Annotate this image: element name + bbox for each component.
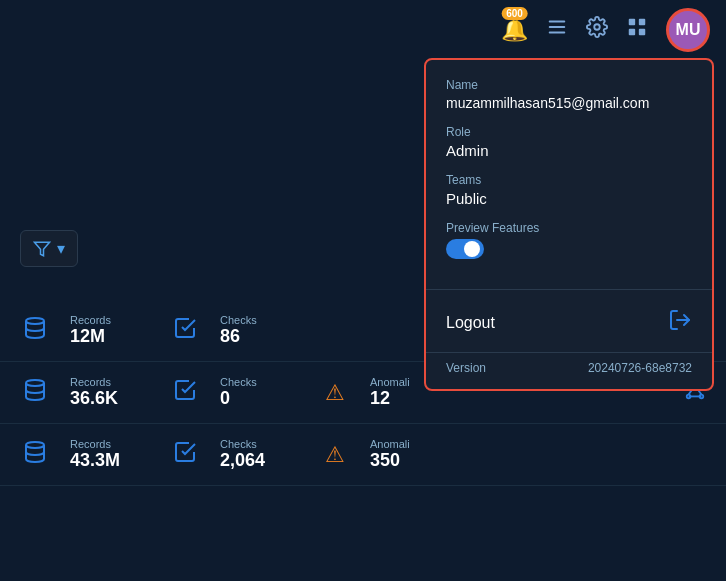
name-value: muzammilhasan515@gmail.com [446, 95, 692, 111]
filter-button[interactable]: ▾ [20, 230, 78, 267]
svg-point-10 [26, 318, 44, 324]
logout-row[interactable]: Logout [426, 294, 712, 352]
svg-rect-0 [549, 21, 566, 23]
svg-rect-6 [629, 29, 635, 35]
anomaly-label: Anomali [370, 438, 450, 450]
preview-field: Preview Features [446, 221, 692, 259]
database-icon [20, 378, 50, 408]
warning-icon: ⚠ [320, 442, 350, 468]
table-row: Records 43.3M Checks 2,064 ⚠ Anomali 350 [0, 424, 726, 486]
checks-group: Checks 2,064 [220, 438, 300, 471]
checks-group: Checks 0 [220, 376, 300, 409]
version-label: Version [446, 361, 486, 375]
role-field: Role Admin [446, 125, 692, 159]
warning-icon: ⚠ [320, 380, 350, 406]
check-icon [170, 316, 200, 346]
version-value: 20240726-68e8732 [588, 361, 692, 375]
filter-dropdown-arrow: ▾ [57, 239, 65, 258]
records-value: 43.3M [70, 450, 150, 471]
navbar: 🔔 600 MU [0, 0, 726, 60]
records-value: 36.6K [70, 388, 150, 409]
checks-group: Checks 86 [220, 314, 300, 347]
settings-icon[interactable] [586, 16, 608, 44]
version-row: Version 20240726-68e8732 [426, 352, 712, 389]
svg-marker-9 [35, 242, 50, 256]
svg-point-11 [26, 380, 44, 386]
database-icon [20, 440, 50, 470]
checks-value: 0 [220, 388, 300, 409]
svg-point-3 [594, 24, 600, 30]
filter-bar: ▾ [20, 230, 78, 267]
checks-label: Checks [220, 314, 300, 326]
anomaly-value: 12 [370, 388, 450, 409]
checks-label: Checks [220, 376, 300, 388]
svg-rect-2 [549, 32, 566, 34]
checks-value: 2,064 [220, 450, 300, 471]
anomaly-group: Anomali 350 [370, 438, 450, 471]
records-label: Records [70, 314, 150, 326]
toggle-thumb [464, 241, 480, 257]
name-field: Name muzammilhasan515@gmail.com [446, 78, 692, 111]
divider [426, 289, 712, 290]
list-icon[interactable] [546, 16, 568, 44]
checks-value: 86 [220, 326, 300, 347]
teams-value: Public [446, 190, 692, 207]
svg-rect-1 [549, 26, 566, 28]
notifications-icon[interactable]: 🔔 600 [501, 17, 528, 43]
preview-label: Preview Features [446, 221, 692, 235]
records-label: Records [70, 438, 150, 450]
role-value: Admin [446, 142, 692, 159]
teams-field: Teams Public [446, 173, 692, 207]
role-label: Role [446, 125, 692, 139]
preview-toggle-row [446, 239, 692, 259]
svg-rect-7 [639, 29, 645, 35]
logout-icon [668, 308, 692, 338]
preview-toggle[interactable] [446, 239, 484, 259]
svg-point-18 [26, 442, 44, 448]
logout-label: Logout [446, 314, 495, 332]
checks-label: Checks [220, 438, 300, 450]
svg-rect-4 [629, 19, 635, 25]
records-group: Records 12M [70, 314, 150, 347]
records-group: Records 43.3M [70, 438, 150, 471]
records-group: Records 36.6K [70, 376, 150, 409]
name-label: Name [446, 78, 692, 92]
notification-badge: 600 [501, 7, 528, 20]
teams-label: Teams [446, 173, 692, 187]
database-icon [20, 316, 50, 346]
anomaly-value: 350 [370, 450, 450, 471]
check-icon [170, 378, 200, 408]
check-icon [170, 440, 200, 470]
avatar[interactable]: MU [666, 8, 710, 52]
user-profile-popup: Name muzammilhasan515@gmail.com Role Adm… [424, 58, 714, 391]
popup-body: Name muzammilhasan515@gmail.com Role Adm… [426, 60, 712, 285]
grid-icon[interactable] [626, 16, 648, 44]
svg-rect-5 [639, 19, 645, 25]
records-label: Records [70, 376, 150, 388]
records-value: 12M [70, 326, 150, 347]
